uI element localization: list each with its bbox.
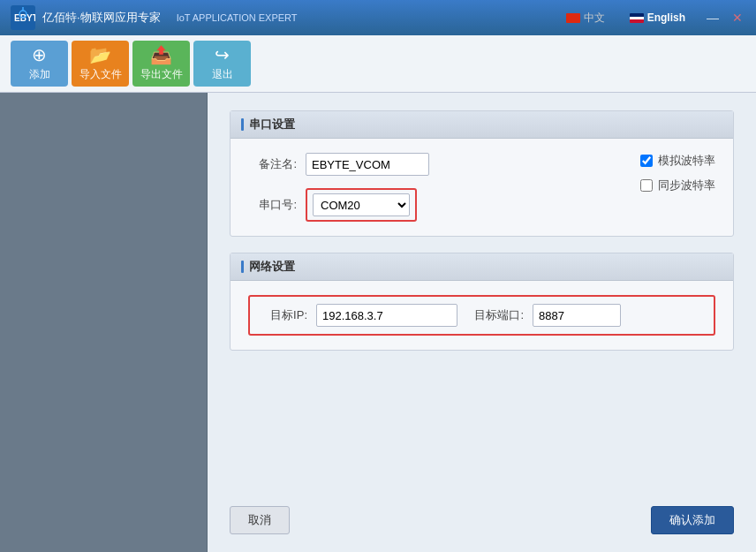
subtitle-text: IoT APPLICATION EXPERT [177,12,298,23]
serial-section: 串口设置 备注名: 串口号: [230,110,734,237]
close-button[interactable]: ✕ [730,11,745,25]
baud-sync-label: 同步波特率 [658,178,715,193]
serial-two-cols: 备注名: 串口号: COM20 COM1 COM2 CO [248,153,715,222]
add-label: 添加 [29,67,50,82]
cn-flag-icon [566,13,580,23]
port-highlight-box: COM20 COM1 COM2 COM3 COM4 [306,188,417,222]
alias-label: 备注名: [248,156,297,172]
exit-icon: ↪ [215,46,230,64]
content-area: 串口设置 备注名: 串口号: [208,93,756,552]
titlebar: EBYTE 亿佰特·物联网应用专家 IoT APPLICATION EXPERT… [0,0,756,35]
network-highlight-box: 目标IP: 目标端口: [248,295,715,336]
alias-input[interactable] [306,153,429,176]
serial-section-body: 备注名: 串口号: COM20 COM1 COM2 CO [231,139,733,236]
import-label: 导入文件 [79,67,122,82]
lang-cn-button[interactable]: 中文 [561,9,610,27]
network-section-header: 网络设置 [231,253,733,281]
confirm-button[interactable]: 确认添加 [651,506,734,534]
network-section-bar-icon [241,261,244,273]
add-icon: ⊕ [32,46,47,64]
serial-section-title: 串口设置 [249,117,295,132]
export-icon: 📤 [150,46,172,64]
titlebar-right: 中文 English — ✕ [561,9,745,27]
import-icon: 📂 [89,46,111,64]
exit-button[interactable]: ↪ 退出 [193,41,251,87]
port-label: 串口号: [248,197,297,213]
serial-col-left: 备注名: 串口号: COM20 COM1 COM2 CO [248,153,578,222]
baud-sync-checkbox[interactable] [640,179,653,192]
serial-col-right: 模拟波特率 同步波特率 [640,153,715,193]
baud-sim-checkbox-item[interactable]: 模拟波特率 [640,153,715,169]
export-label: 导出文件 [140,67,183,82]
lang-cn-label: 中文 [584,11,605,26]
sidebar [0,93,208,552]
minimize-button[interactable]: — [705,11,721,25]
port-row: 串口号: COM20 COM1 COM2 COM3 COM4 [248,188,578,222]
window-controls: — ✕ [705,11,745,25]
cancel-button[interactable]: 取消 [230,506,290,534]
lang-en-label: English [647,11,685,24]
export-button[interactable]: 📤 导出文件 [132,41,190,87]
ebyte-logo-icon: EBYTE [11,5,35,30]
exit-label: 退出 [212,67,233,82]
ip-label: 目标IP: [259,307,307,323]
target-port-label: 目标端口: [466,307,524,323]
target-port-input[interactable] [533,304,621,327]
baud-sync-checkbox-item[interactable]: 同步波特率 [640,178,715,193]
port-select[interactable]: COM20 COM1 COM2 COM3 COM4 [313,193,410,216]
bottom-bar: 取消 确认添加 [230,488,734,534]
network-inner: 目标IP: 目标端口: [259,304,621,327]
network-section: 网络设置 目标IP: 目标端口: [230,253,734,351]
logo: EBYTE [11,5,35,30]
main-area: 串口设置 备注名: 串口号: [0,93,756,552]
titlebar-left: EBYTE 亿佰特·物联网应用专家 IoT APPLICATION EXPERT [11,5,298,30]
network-section-title: 网络设置 [249,259,295,275]
add-button[interactable]: ⊕ 添加 [11,41,68,87]
lang-en-button[interactable]: English [624,10,691,26]
alias-row: 备注名: [248,153,578,176]
network-section-body: 目标IP: 目标端口: [231,281,733,350]
svg-text:EBYTE: EBYTE [14,13,35,23]
brand-text: 亿佰特·物联网应用专家 [42,10,161,26]
en-flag-icon [630,13,644,23]
section-bar-icon [241,118,244,131]
baud-sim-checkbox[interactable] [640,155,653,167]
baud-sim-label: 模拟波特率 [658,153,715,169]
import-button[interactable]: 📂 导入文件 [72,41,129,87]
toolbar: ⊕ 添加 📂 导入文件 📤 导出文件 ↪ 退出 [0,35,756,93]
serial-section-header: 串口设置 [231,111,733,139]
ip-input[interactable] [316,304,457,327]
